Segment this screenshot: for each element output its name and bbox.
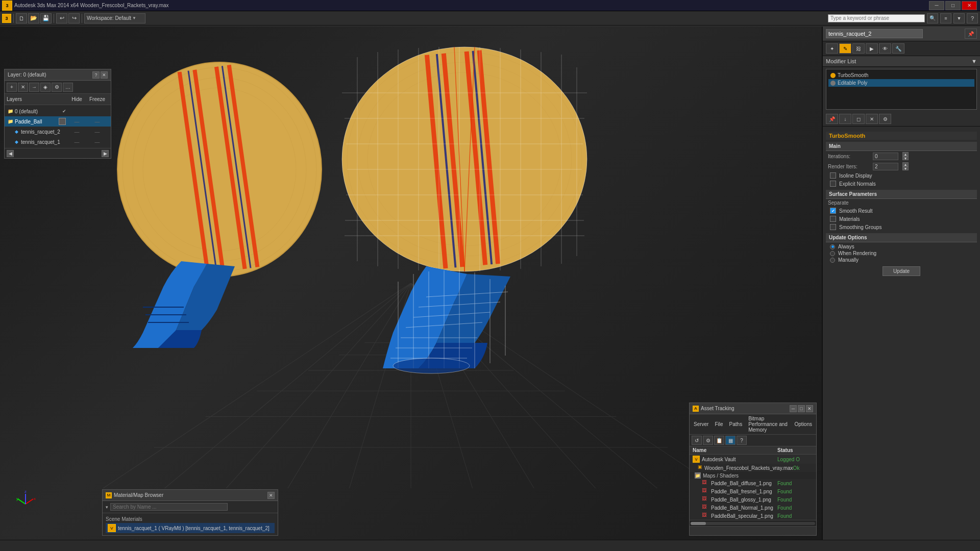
at-file-row[interactable]: 🖼 Paddle_Ball_diffuse_1.png Found <box>690 479 816 487</box>
rp-smooth-result-checkbox[interactable]: ✔ <box>830 208 836 214</box>
at-file-status: Found <box>777 481 813 486</box>
rp-manually-radio[interactable] <box>830 258 835 263</box>
layer-sel-by-button[interactable]: ◈ <box>40 83 51 92</box>
layer-panel-help-button[interactable]: ? <box>92 71 100 79</box>
at-subgroup-icon: 📁 <box>695 472 701 479</box>
rp-tab-utilities[interactable]: 🔧 <box>892 43 904 54</box>
maximize-button[interactable]: □ <box>945 1 961 10</box>
rp-pin-stack-button[interactable]: 📌 <box>826 114 838 124</box>
rp-isoline-checkbox[interactable] <box>830 172 836 179</box>
search-icon[interactable]: 🔍 <box>927 13 938 23</box>
at-col-name: Name <box>693 447 777 453</box>
at-tool-2[interactable]: ⚙ <box>703 436 713 445</box>
at-tool-1[interactable]: ↺ <box>692 436 702 445</box>
at-menu-server[interactable]: Server <box>692 421 710 428</box>
at-file-row[interactable]: 🖼 Paddle_Ball_glossy_1.png Found <box>690 495 816 504</box>
rp-render-iters-input[interactable] <box>873 163 898 170</box>
toolbar-sep-1 <box>13 14 14 23</box>
rp-modifier-dropdown[interactable]: Modifier List ▼ <box>823 56 980 67</box>
rp-update-options-header[interactable]: Update Options <box>826 233 977 242</box>
at-file-row[interactable]: ▣ Wooden_Frescobol_Rackets_vray.max Ok <box>690 464 816 472</box>
rp-update-button[interactable]: Update <box>883 266 920 276</box>
rp-iterations-row: Iterations: ▲ ▼ <box>826 151 977 161</box>
layer-nav-next[interactable]: ▶ <box>102 150 109 157</box>
help-button[interactable]: ? <box>967 13 978 23</box>
at-subgroup-maps[interactable]: 📁 Maps / Shaders <box>690 472 816 479</box>
rp-iterations-up[interactable]: ▲ <box>902 152 909 156</box>
at-tool-3[interactable]: 📋 <box>714 436 724 445</box>
layer-delete-button[interactable]: ✕ <box>18 83 28 92</box>
mb-list-item[interactable]: V tennis_racquet_1 ( VRayMtl ) [tennis_r… <box>106 523 275 533</box>
search-expand-button[interactable]: ▼ <box>953 13 965 23</box>
title-bar-right: ─ □ ✕ <box>929 1 980 10</box>
rp-tab-motion[interactable]: ▶ <box>866 43 878 54</box>
mb-close-button[interactable]: ✕ <box>267 492 275 499</box>
layer-new-button[interactable]: + <box>7 83 17 92</box>
layer-name: 0 (default) <box>15 109 61 114</box>
at-scrollbar[interactable] <box>690 520 816 526</box>
rp-iterations-input[interactable] <box>873 153 898 160</box>
rp-configure-button[interactable]: ⚙ <box>879 114 891 124</box>
rp-render-iters-up[interactable]: ▲ <box>902 162 909 166</box>
search-input[interactable] <box>828 14 925 22</box>
rp-tab-hierarchy[interactable]: ⛓ <box>852 43 865 54</box>
svg-text:x: x <box>34 496 36 501</box>
layer-item[interactable]: 📁 Paddle_Ball — — <box>5 116 111 127</box>
rp-render-iters-down[interactable]: ▼ <box>902 166 909 170</box>
layer-nav-prev[interactable]: ◀ <box>7 150 14 157</box>
rp-make-unique-button[interactable]: ◻ <box>852 114 865 124</box>
new-scene-button[interactable]: 🗋 <box>16 13 27 23</box>
rp-content: TurboSmooth Main Iterations: ▲ ▼ Render … <box>823 127 980 551</box>
minimize-button[interactable]: ─ <box>929 1 944 10</box>
at-file-row[interactable]: 🖼 Paddle_Ball_fresnel_1.png Found <box>690 487 816 495</box>
at-minimize-button[interactable]: ─ <box>790 405 797 412</box>
search-options-button[interactable]: ≡ <box>940 13 951 23</box>
rp-tab-modify[interactable]: ✎ <box>839 43 851 54</box>
rp-pin-button[interactable]: 📌 <box>965 29 977 39</box>
object-name-input[interactable] <box>826 29 923 38</box>
close-button[interactable]: ✕ <box>962 1 977 10</box>
layer-add-sel-button[interactable]: → <box>29 83 39 92</box>
mb-search-arrow[interactable]: ▾ <box>106 505 108 510</box>
layer-item[interactable]: ◆ tennis_racquet_2 — — <box>5 127 111 137</box>
rp-iterations-down[interactable]: ▼ <box>902 156 909 160</box>
layer-extra-button[interactable]: … <box>63 83 73 92</box>
rp-explicit-normals-row: Explicit Normals <box>826 180 977 188</box>
rp-show-end-button[interactable]: ↓ <box>839 114 851 124</box>
at-close-button[interactable]: ✕ <box>806 405 813 412</box>
rp-surface-params-header[interactable]: Surface Parameters <box>826 190 977 199</box>
redo-button[interactable]: ↪ <box>68 13 80 23</box>
rp-materials-checkbox[interactable] <box>830 216 836 222</box>
at-menu-file[interactable]: File <box>713 421 725 428</box>
at-file-row[interactable]: 🖼 Paddle_Ball_Normal_1.png Found <box>690 504 816 512</box>
rp-smoothing-groups-checkbox[interactable] <box>830 224 836 230</box>
at-menu-bitmap-perf[interactable]: Bitmap Performance and Memory <box>746 415 790 433</box>
rp-main-header[interactable]: Main <box>826 142 977 151</box>
rp-explicit-normals-checkbox[interactable] <box>830 181 836 187</box>
modifier-item-turbsmooth[interactable]: TurboSmooth <box>828 71 974 79</box>
rp-tab-create[interactable]: ✦ <box>826 43 838 54</box>
save-button[interactable]: 💾 <box>40 13 52 23</box>
layer-panel-close-button[interactable]: ✕ <box>101 71 108 79</box>
rp-always-radio[interactable] <box>830 244 835 249</box>
at-group-row-vault[interactable]: V Autodesk Vault Logged O <box>690 455 816 464</box>
modifier-item-editable-poly[interactable]: Editable Poly <box>828 79 974 87</box>
at-tool-4[interactable]: ▦ <box>725 436 736 445</box>
rp-tab-display[interactable]: 👁 <box>879 43 891 54</box>
at-scroll-thumb[interactable] <box>691 522 706 525</box>
mb-search-input[interactable] <box>110 503 228 511</box>
at-file-row[interactable]: 🖼 PaddleBall_specular_1.png Found <box>690 512 816 520</box>
at-tool-5[interactable]: ? <box>737 436 747 445</box>
workspace-dropdown[interactable]: Workspace: Default ▼ <box>84 13 145 23</box>
layer-item[interactable]: 📁 0 (default) ✔ <box>5 106 111 116</box>
layer-item[interactable]: ◆ tennis_racquet_1 — — <box>5 137 111 147</box>
at-menu-paths[interactable]: Paths <box>727 421 745 428</box>
rp-when-rendering-radio[interactable] <box>830 251 835 256</box>
layer-toolbar: + ✕ → ◈ ⚙ … <box>5 81 111 94</box>
rp-remove-button[interactable]: ✕ <box>866 114 878 124</box>
layer-settings-button[interactable]: ⚙ <box>52 83 62 92</box>
at-maximize-button[interactable]: □ <box>798 405 805 412</box>
open-file-button[interactable]: 📂 <box>28 13 39 23</box>
undo-button[interactable]: ↩ <box>56 13 67 23</box>
at-menu-options[interactable]: Options <box>793 421 814 428</box>
